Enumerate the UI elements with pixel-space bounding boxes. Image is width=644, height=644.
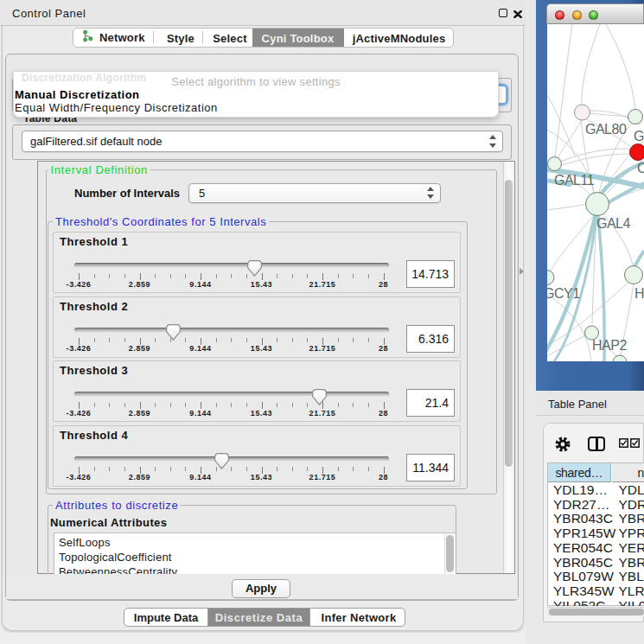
svg-text:C: C: [637, 161, 644, 175]
svg-text:GAL80: GAL80: [585, 122, 627, 137]
svg-text:GAL11: GAL11: [554, 173, 595, 188]
svg-text:GAL4: GAL4: [596, 216, 631, 231]
svg-text:G.: G.: [634, 129, 644, 143]
svg-text:H: H: [634, 286, 644, 301]
svg-text:GCY1: GCY1: [547, 286, 580, 301]
svg-text:HAP2: HAP2: [592, 338, 627, 353]
